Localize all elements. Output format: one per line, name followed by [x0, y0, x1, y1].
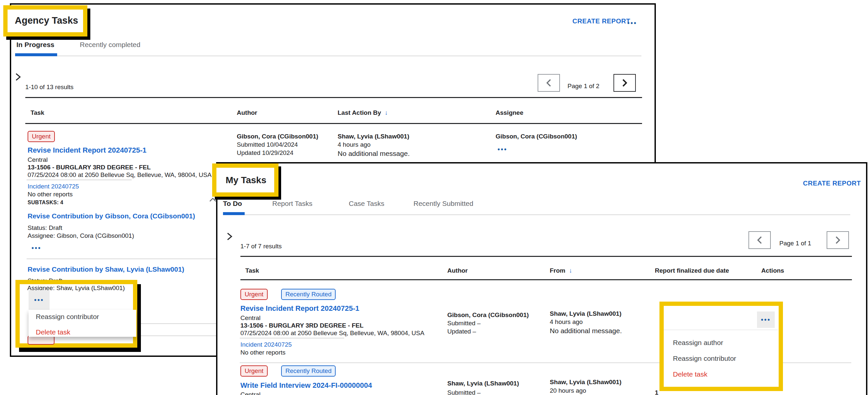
assignee-name: Gibson, Cora (CGibson001): [496, 133, 577, 140]
menu-item-reassign-contributor[interactable]: Reassign contributor: [36, 313, 99, 321]
from-message: No additional message.: [550, 327, 622, 335]
active-tab-indicator: [223, 212, 245, 215]
author-submitted: Submitted –: [447, 389, 480, 395]
more-icon: •••: [761, 316, 771, 323]
tab-case-tasks[interactable]: Case Tasks: [349, 200, 384, 207]
subtask-context-menu: Reassign contributor Delete task: [29, 310, 136, 337]
column-header-from[interactable]: From ↓: [550, 267, 572, 275]
task-location: Central: [240, 314, 260, 322]
task-divider: [240, 338, 344, 338]
other-reports-text: No other reports: [240, 349, 285, 357]
incident-link[interactable]: Incident 20240725: [28, 183, 79, 191]
urgent-badge: Urgent: [240, 365, 268, 376]
highlight-subtask-context-menu: Assignee: Shaw, Lyvia (LShaw001) ••• Rea…: [16, 280, 137, 348]
agency-window-title: Agency Tasks: [15, 15, 78, 26]
subtask-status: Status: Draft: [28, 224, 62, 232]
agency-more-actions-icon[interactable]: •••: [627, 19, 637, 27]
page-indicator: Page 1 of 1: [779, 240, 811, 247]
subtask-title-link[interactable]: Revise Contribution by Gibson, Cora (CGi…: [28, 212, 195, 220]
table-header-border: [25, 123, 642, 124]
expand-row-chevron-icon[interactable]: [14, 73, 22, 82]
author-updated: Updated –: [447, 328, 476, 336]
task-location: Central: [28, 156, 48, 164]
highlight-my-title: My Tasks: [212, 164, 279, 197]
author-name: Gibson, Cora (CGibson001): [447, 311, 529, 319]
from-time: 4 hours ago: [550, 318, 583, 326]
table-top-border: [25, 97, 642, 98]
column-header-author[interactable]: Author: [237, 109, 257, 117]
author-name: Gibson, Cora (CGibson001): [237, 133, 318, 140]
author-updated: Updated 10/29/2024: [237, 149, 293, 157]
author-submitted: Submitted 10/04/2024: [237, 141, 298, 149]
row-divider: [138, 336, 216, 336]
tabs-divider: [15, 56, 641, 56]
assignee-more-actions-icon[interactable]: •••: [498, 145, 507, 153]
my-window-title: My Tasks: [226, 175, 266, 186]
previous-page-button[interactable]: [538, 74, 560, 92]
other-reports-text: No other reports: [28, 191, 72, 198]
screenshot-root: { "colors": { "link_blue": "#1765cc", "e…: [0, 0, 868, 395]
row-divider: [138, 323, 216, 324]
tab-recently-submitted[interactable]: Recently Submitted: [413, 200, 473, 207]
menu-item-delete-task[interactable]: Delete task: [36, 328, 70, 336]
recently-routed-badge: Recently Routed: [281, 365, 336, 376]
tab-recently-completed[interactable]: Recently completed: [80, 41, 140, 49]
column-header-due-date[interactable]: Report finalized due date: [655, 267, 729, 275]
my-create-report-button[interactable]: CREATE REPORT: [803, 179, 861, 187]
subtask-more-actions-button[interactable]: •••: [29, 290, 50, 310]
agency-create-report-button[interactable]: CREATE REPORT: [572, 17, 630, 25]
results-summary: 1-10 of 13 results: [25, 84, 73, 91]
column-header-last-action-by-label: Last Action By: [338, 109, 381, 116]
task-offense: 13-1506 - BURGLARY 3RD DEGREE - FEL: [28, 164, 151, 171]
menu-top-divider: [664, 330, 778, 330]
sort-descending-icon[interactable]: ↓: [569, 267, 572, 274]
task-title-link[interactable]: Revise Incident Report 20240725-1: [240, 304, 359, 313]
my-tasks-window: CREATE REPORT To Do Report Tasks Case Ta…: [216, 162, 867, 395]
previous-page-button[interactable]: [748, 231, 771, 249]
author-submitted: Submitted –: [447, 320, 480, 327]
author-name: Shaw, Lyvia (LShaw001): [447, 380, 519, 388]
sort-descending-icon[interactable]: ↓: [385, 109, 388, 116]
task-title-link[interactable]: Revise Incident Report 20240725-1: [28, 146, 147, 154]
subtask-more-actions-icon[interactable]: •••: [32, 244, 41, 252]
menu-item-delete-task[interactable]: Delete task: [673, 370, 707, 378]
due-date-partial: 1: [655, 389, 658, 395]
urgent-badge: Urgent: [240, 289, 268, 300]
from-name: Shaw, Lyvia (LShaw001): [550, 310, 621, 318]
page-indicator: Page 1 of 2: [567, 83, 599, 90]
last-action-name: Shaw, Lyvia (LShaw001): [338, 133, 409, 140]
urgent-badge: Urgent: [28, 131, 55, 142]
highlight-agency-title: Agency Tasks: [3, 5, 87, 36]
subtask-title-link[interactable]: Revise Contribution by Shaw, Lyvia (LSha…: [28, 265, 184, 273]
column-header-task[interactable]: Task: [245, 267, 259, 275]
tab-report-tasks[interactable]: Report Tasks: [272, 200, 312, 207]
task-occurred: 07/25/2024 08:00 at 2050 Bellevue Sq, Be…: [28, 171, 212, 179]
column-header-author[interactable]: Author: [447, 267, 468, 275]
chevron-right-icon: [622, 79, 628, 87]
active-tab-indicator: [15, 53, 57, 56]
task-occurred: 07/25/2024 08:00 at 2050 Bellevue Sq, Be…: [240, 330, 424, 337]
last-action-message: No additional message.: [338, 149, 409, 158]
task-offense: 13-1506 - BURGLARY 3RD DEGREE - FEL: [240, 322, 364, 330]
column-header-last-action-by[interactable]: Last Action By ↓: [338, 109, 388, 117]
task-divider: [27, 179, 132, 180]
expand-row-chevron-icon[interactable]: [226, 232, 233, 241]
menu-item-reassign-contributor[interactable]: Reassign contributor: [673, 355, 736, 362]
column-header-assignee[interactable]: Assignee: [496, 109, 523, 117]
next-page-button[interactable]: [614, 74, 636, 92]
collapse-subtasks-icon[interactable]: [209, 197, 217, 202]
menu-item-reassign-author[interactable]: Reassign author: [673, 339, 723, 347]
column-header-task[interactable]: Task: [31, 109, 44, 117]
task-title-link[interactable]: Write Field Interview 2024-FI-00000004: [240, 381, 372, 390]
tab-to-do[interactable]: To Do: [223, 200, 242, 207]
more-icon: •••: [34, 296, 44, 304]
column-header-actions: Actions: [761, 267, 784, 275]
row-more-actions-button[interactable]: •••: [757, 311, 775, 328]
tabs-divider: [223, 215, 850, 215]
tab-in-progress[interactable]: In Progress: [17, 41, 55, 49]
incident-link[interactable]: Incident 20240725: [240, 341, 291, 349]
next-page-button[interactable]: [827, 231, 849, 249]
highlight-actions-context-menu: ••• Reassign author Reassign contributor…: [659, 302, 783, 391]
results-summary: 1-7 of 7 results: [240, 243, 282, 250]
from-time: 20 hours ago: [550, 387, 586, 395]
